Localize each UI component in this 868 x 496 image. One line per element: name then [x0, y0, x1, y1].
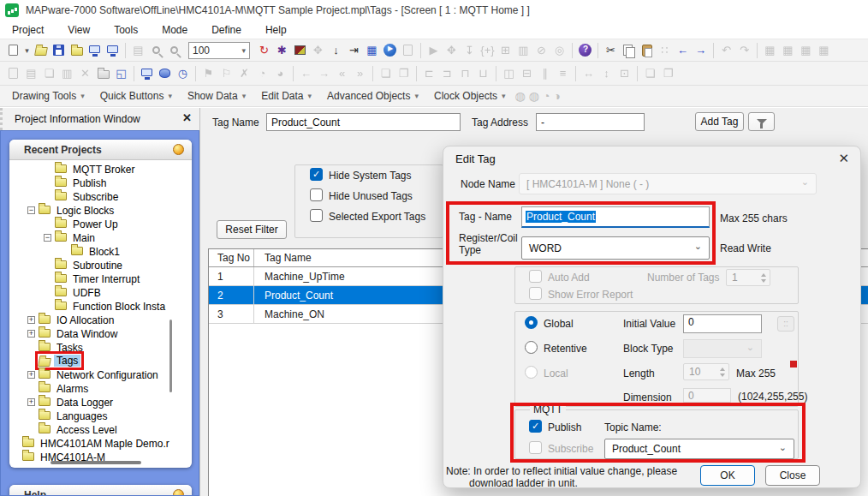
tag-database-icon[interactable]: ▦ — [364, 42, 380, 58]
tree-item-hmc4101a-m[interactable]: HMC4101A-M — [9, 450, 192, 462]
register-coil-type-dropdown[interactable]: WORD ⌄ — [521, 236, 710, 260]
tree-item-network-configuration[interactable]: +Network Configuration — [9, 368, 192, 381]
tree-item-function-block-insta[interactable]: Function Block Insta — [9, 299, 192, 313]
scheduler-clock-icon[interactable]: ◷ — [175, 65, 191, 81]
expand-icon[interactable]: + — [27, 316, 35, 324]
folder-icon — [39, 384, 51, 392]
data-block-icon[interactable] — [157, 65, 173, 81]
tree-item-tags[interactable]: Tags — [9, 354, 192, 368]
collapse-icon[interactable]: − — [27, 206, 35, 214]
run-icon[interactable] — [382, 42, 398, 58]
menu-project[interactable]: Project — [12, 24, 44, 36]
tree-item-subscribe[interactable]: Subscribe — [9, 189, 192, 203]
number-of-tags-label: Number of Tags — [647, 272, 720, 284]
tree-item-access-level[interactable]: Access Level — [9, 422, 192, 436]
tree-item-publish[interactable]: Publish — [9, 176, 192, 189]
upload-from-device-icon[interactable] — [104, 42, 121, 58]
open-project-icon[interactable] — [33, 42, 49, 58]
expand-icon[interactable]: + — [27, 371, 35, 379]
paste-icon[interactable] — [639, 42, 655, 58]
image-library-icon[interactable] — [292, 42, 308, 58]
folder-icon[interactable] — [68, 42, 85, 58]
tag-address-input[interactable] — [536, 113, 645, 131]
dialog-close-icon[interactable]: ✕ — [838, 151, 849, 166]
collapse-ball-icon[interactable] — [173, 144, 184, 155]
column-header-tag-no[interactable]: Tag No — [209, 249, 254, 266]
tree-horizontal-scrollbar[interactable] — [51, 461, 141, 464]
help-icon[interactable] — [577, 42, 593, 58]
tree-item-timer-interrupt[interactable]: Timer Interrupt — [9, 272, 192, 285]
tree-item-io-allocation[interactable]: +IO Allocation — [9, 313, 192, 326]
tree-item-data-window[interactable]: +Data Window — [9, 326, 192, 340]
tree-item-hmc4101am-maple-demo-r[interactable]: HMC4101AM Maple Demo.r — [9, 436, 192, 450]
export-icon[interactable]: ⇥ — [346, 42, 362, 58]
ok-button[interactable]: OK — [700, 465, 755, 486]
new-file-icon[interactable] — [5, 42, 21, 58]
tree-vertical-scrollbar[interactable] — [169, 320, 172, 392]
tree-item-inner: Logic Blocks — [39, 203, 116, 217]
download-icon[interactable]: ↓ — [328, 42, 344, 58]
expand-icon[interactable]: + — [27, 330, 35, 338]
menu-mode[interactable]: Mode — [162, 24, 187, 36]
add-node-icon: ▥ — [59, 65, 75, 81]
reset-filter-button[interactable]: Reset Filter — [217, 220, 287, 239]
global-radio[interactable] — [525, 316, 538, 329]
tree-item-tasks[interactable]: Tasks — [9, 340, 192, 354]
tag-name-input[interactable] — [266, 113, 461, 131]
topic-name-dropdown[interactable]: Product_Count ⌄ — [604, 439, 794, 459]
initial-value-input[interactable]: 0 — [683, 314, 762, 333]
hide-system-tags-checkbox[interactable]: ✓ — [310, 168, 323, 181]
new-file-dropdown-icon[interactable]: ▾ — [23, 42, 31, 58]
object-menu-edit-data[interactable]: Edit Data▾ — [261, 90, 312, 102]
tree-item-languages[interactable]: Languages — [9, 409, 192, 422]
menu-view[interactable]: View — [68, 24, 90, 36]
select-window-icon[interactable]: ◱ — [113, 65, 129, 81]
download-to-device-icon[interactable] — [86, 42, 103, 58]
tree-item-alarms[interactable]: Alarms — [9, 381, 192, 395]
screen-grid-4-icon: ▦ — [816, 42, 832, 58]
cut-icon[interactable]: ✂ — [603, 42, 619, 58]
tree-item-udfb[interactable]: UDFB — [9, 285, 192, 299]
prev-screen-icon[interactable]: ← — [675, 42, 691, 58]
menu-define[interactable]: Define — [211, 24, 241, 36]
chevron-down-icon: ⌄ — [779, 442, 787, 453]
folder-icon — [39, 370, 51, 379]
tree-item-logic-blocks[interactable]: −Logic Blocks — [9, 203, 192, 217]
object-menu-quick-buttons[interactable]: Quick Buttons▾ — [100, 90, 172, 102]
menu-tools[interactable]: Tools — [114, 24, 138, 36]
filter-button[interactable] — [748, 112, 775, 131]
copy-icon[interactable] — [621, 42, 637, 58]
collapse-icon[interactable]: − — [44, 234, 51, 242]
hide-unused-tags-checkbox[interactable] — [310, 188, 323, 201]
tree-item-subroutine[interactable]: Subroutine — [9, 258, 192, 272]
recent-projects-header[interactable]: Recent Projects — [9, 140, 192, 160]
add-tag-button[interactable]: Add Tag — [695, 112, 744, 131]
tree-item-data-logger[interactable]: +Data Logger — [9, 395, 192, 409]
close-button[interactable]: Close — [765, 465, 820, 486]
save-icon[interactable] — [51, 42, 67, 58]
retentive-radio[interactable] — [525, 341, 538, 354]
menu-help[interactable]: Help — [265, 24, 287, 36]
tree-item-mqtt-broker[interactable]: MQTT Broker — [9, 162, 192, 176]
next-screen-icon[interactable]: → — [693, 42, 709, 58]
zoom-level-combobox[interactable]: 100 ▾ — [188, 42, 250, 59]
expand-icon[interactable]: + — [27, 398, 35, 406]
help-header[interactable]: Help — [9, 485, 192, 496]
close-icon[interactable]: ✕ — [182, 111, 192, 124]
selected-export-tags-checkbox[interactable] — [310, 209, 323, 222]
object-menu-clock-objects[interactable]: Clock Objects▾ — [434, 90, 506, 102]
tree-item-power-up[interactable]: Power Up — [9, 217, 192, 230]
object-menu-advanced-objects[interactable]: Advanced Objects▾ — [327, 90, 419, 102]
tree-item-block1[interactable]: Block1 — [9, 244, 192, 258]
check-icon: ✓ — [312, 170, 320, 179]
publish-checkbox[interactable]: ✓ — [529, 420, 542, 433]
upload-from-device-icon-shape — [107, 45, 118, 53]
compile-icon[interactable]: ↻ — [256, 42, 272, 58]
collapse-ball-icon[interactable] — [173, 489, 184, 496]
settings-gear-icon[interactable]: ✱ — [274, 42, 290, 58]
object-menu-show-data[interactable]: Show Data▾ — [187, 90, 246, 102]
tree-item-main[interactable]: −Main — [9, 230, 192, 244]
object-menu-drawing-tools[interactable]: Drawing Tools▾ — [12, 90, 85, 102]
node-information-icon[interactable] — [139, 65, 155, 81]
dialog-tag-name-input[interactable]: Product_Count — [521, 206, 710, 228]
